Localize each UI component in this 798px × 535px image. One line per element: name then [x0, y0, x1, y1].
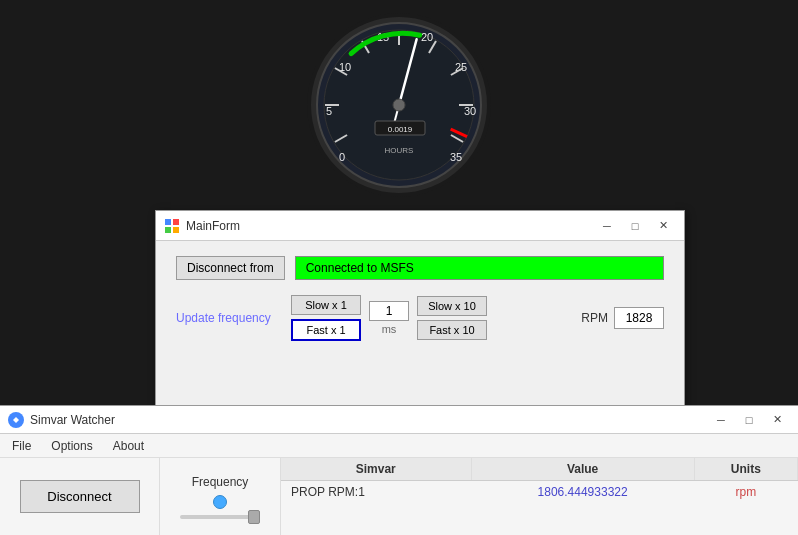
fast-x1-button[interactable]: Fast x 1 — [291, 319, 361, 341]
connection-status-label: Connected to MSFS — [295, 256, 664, 280]
simvar-watcher-controls: ─ □ ✕ — [708, 410, 790, 430]
main-form-body: Disconnect from Connected to MSFS Update… — [156, 241, 684, 356]
svg-rect-29 — [165, 227, 171, 233]
simvar-table-header-row: Simvar Value Units — [281, 458, 798, 481]
col-header-simvar: Simvar — [281, 458, 471, 481]
menu-file[interactable]: File — [4, 437, 39, 455]
frequency-slider[interactable] — [180, 515, 260, 519]
simvar-content: Disconnect Frequency Simvar Value Units … — [0, 458, 798, 535]
col-header-units: Units — [694, 458, 797, 481]
rpm-value-display: 1828 — [614, 307, 664, 329]
main-form-window: MainForm ─ □ ✕ Disconnect from Connected… — [155, 210, 685, 415]
svg-point-23 — [393, 99, 405, 111]
frequency-label: Frequency — [192, 475, 249, 489]
simvar-menubar: File Options About — [0, 434, 798, 458]
simvar-row-name: PROP RPM:1 — [281, 481, 471, 504]
simvar-disconnect-button[interactable]: Disconnect — [20, 480, 140, 513]
main-form-minimize-btn[interactable]: ─ — [594, 216, 620, 236]
simvar-frequency-area: Frequency — [160, 458, 281, 535]
main-form-icon — [164, 218, 180, 234]
menu-about[interactable]: About — [105, 437, 152, 455]
slow-x10-button[interactable]: Slow x 10 — [417, 296, 487, 316]
simvar-minimize-btn[interactable]: ─ — [708, 410, 734, 430]
simvar-table: Simvar Value Units PROP RPM:11806.444933… — [281, 458, 798, 503]
svg-text:20: 20 — [420, 31, 432, 43]
rpm-label: RPM — [581, 311, 608, 325]
disconnect-from-button[interactable]: Disconnect from — [176, 256, 285, 280]
svg-text:HOURS: HOURS — [384, 146, 413, 155]
frequency-dot-indicator — [213, 495, 227, 509]
slow-x1-button[interactable]: Slow x 1 — [291, 295, 361, 315]
black-left-panel — [0, 0, 155, 210]
main-form-close-btn[interactable]: ✕ — [650, 216, 676, 236]
main-form-titlebar: MainForm ─ □ ✕ — [156, 211, 684, 241]
svg-rect-28 — [173, 219, 179, 225]
svg-rect-27 — [165, 219, 171, 225]
connection-row: Disconnect from Connected to MSFS — [176, 256, 664, 280]
simvar-close-btn[interactable]: ✕ — [764, 410, 790, 430]
rpm-container: RPM 1828 — [581, 307, 664, 329]
simvar-watcher-titlebar: Simvar Watcher ─ □ ✕ — [0, 406, 798, 434]
freq-value-container: ms — [369, 301, 409, 335]
simvar-maximize-btn[interactable]: □ — [736, 410, 762, 430]
svg-text:0: 0 — [338, 151, 344, 163]
gauge-container: 0 5 10 15 20 25 30 35 — [307, 13, 492, 198]
simvar-left-panel: Disconnect — [0, 458, 160, 535]
menu-options[interactable]: Options — [43, 437, 100, 455]
simvar-watcher-window: Simvar Watcher ─ □ ✕ File Options About … — [0, 405, 798, 535]
frequency-slider-thumb — [248, 510, 260, 524]
svg-text:5: 5 — [325, 105, 331, 117]
svg-text:0.0019: 0.0019 — [387, 125, 412, 134]
table-row: PROP RPM:11806.444933322rpm — [281, 481, 798, 504]
simvar-watcher-icon — [8, 412, 24, 428]
main-form-titlebar-controls: ─ □ ✕ — [594, 216, 676, 236]
freq-unit-label: ms — [382, 323, 397, 335]
svg-text:30: 30 — [463, 105, 475, 117]
black-right-panel — [685, 210, 798, 415]
main-form-maximize-btn[interactable]: □ — [622, 216, 648, 236]
simvar-watcher-title: Simvar Watcher — [30, 413, 708, 427]
fast-x10-button[interactable]: Fast x 10 — [417, 320, 487, 340]
simvar-table-area: Simvar Value Units PROP RPM:11806.444933… — [281, 458, 798, 535]
freq-right-buttons: Slow x 10 Fast x 10 — [417, 296, 487, 340]
main-form-title: MainForm — [186, 219, 594, 233]
gauge-svg: 0 5 10 15 20 25 30 35 — [307, 13, 492, 198]
freq-value-input[interactable] — [369, 301, 409, 321]
freq-left-buttons: Slow x 1 Fast x 1 — [291, 295, 361, 341]
svg-rect-30 — [173, 227, 179, 233]
simvar-row-units: rpm — [694, 481, 797, 504]
svg-text:35: 35 — [449, 151, 461, 163]
col-header-value: Value — [471, 458, 694, 481]
update-frequency-label: Update frequency — [176, 311, 276, 325]
update-frequency-section: Update frequency Slow x 1 Fast x 1 ms Sl… — [176, 295, 664, 341]
simvar-row-value: 1806.444933322 — [471, 481, 694, 504]
